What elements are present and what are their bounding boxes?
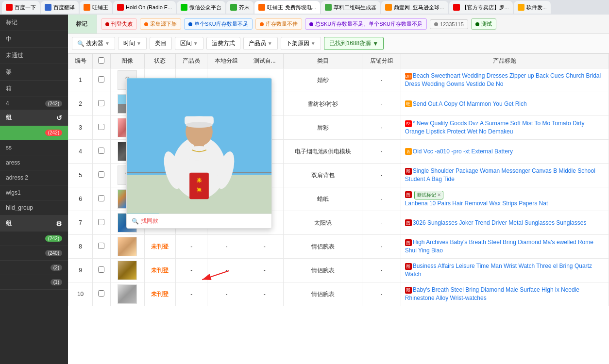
product-link[interactable]: Lanbena 10 Pairs Hair Removal Wax Strips…	[405, 200, 548, 207]
product-btn[interactable]: 产品员 ▼	[243, 37, 278, 50]
tab-weixin[interactable]: 微信公众平台	[177, 1, 225, 14]
status-text: 未刊登	[151, 291, 169, 298]
product-link[interactable]: Baby's Breath Steel Bring Diamond Male S…	[405, 286, 579, 301]
shipping-btn[interactable]: 运费方式	[206, 37, 240, 50]
cell-checkbox[interactable]	[93, 282, 111, 306]
sidebar-item-adress2[interactable]: adress 2	[0, 170, 68, 185]
delisting-btn[interactable]: 下架原因 ▼	[281, 37, 321, 50]
tab-tmall[interactable]: 【官方专卖店】罗...	[449, 1, 513, 14]
product-thumbnail[interactable]	[118, 284, 137, 304]
tab-ruan[interactable]: 软件发...	[514, 1, 551, 14]
tab-favicon-ruan	[518, 4, 524, 11]
cell-image[interactable]	[110, 282, 144, 306]
select-all-checkbox[interactable]	[98, 57, 104, 64]
tags-bar: 标记 刊登失败 采集源下架 单个SKU库存数量不足 库存数量不佳	[68, 15, 609, 34]
tag-label-inline[interactable]: 测试标记 ✕	[414, 191, 443, 199]
sidebar-item-240[interactable]: (240)	[0, 246, 68, 261]
cell-category: 蜡纸	[283, 187, 362, 211]
sidebar-item-child-group[interactable]: hild_group	[0, 200, 68, 215]
cell-checkbox[interactable]	[93, 187, 111, 211]
cell-checkbox[interactable]	[93, 68, 111, 92]
tag-test[interactable]: 测试	[471, 18, 496, 30]
title-icon: 旺	[405, 100, 412, 107]
tab-dingdong[interactable]: 鼎壹网_亚马逊全球...	[381, 1, 448, 14]
product-link[interactable]: 3026 Sunglasses Joker Trend Driver Metal…	[413, 219, 587, 226]
product-link[interactable]: High Archives Baby's Breath Steel Bring …	[405, 239, 593, 254]
time-btn[interactable]: 时间 ▼	[118, 37, 147, 50]
sidebar-item-2b[interactable]: (2)	[0, 261, 68, 275]
tab-fanyi[interactable]: 百度翻译	[41, 1, 79, 14]
tag-combined[interactable]: 总SKU库存数量不足、单个SKU库存数量不足	[305, 18, 427, 30]
tab-sumei[interactable]: 芥末	[226, 1, 254, 14]
tab-label-ruan: 软件发...	[526, 4, 547, 11]
sidebar-item-5[interactable]: 箱	[0, 81, 68, 97]
tab-wangpu[interactable]: 旺铺王-免费跨境电...	[254, 1, 320, 14]
sidebar-item-wigs[interactable]: wigs1	[0, 185, 68, 200]
status-text: 未刊登	[151, 243, 169, 250]
sidebar-item-242[interactable]: (242)	[0, 232, 68, 246]
product-link[interactable]: * New Quality Goods Dvz A Surname Soft M…	[405, 120, 585, 135]
cell-checkbox[interactable]	[93, 211, 111, 235]
title-icon: 图	[405, 191, 412, 198]
search-btn[interactable]: 🔍 搜索器 ▼	[72, 37, 115, 50]
cell-checkbox[interactable]	[93, 259, 111, 282]
row-checkbox[interactable]	[98, 171, 104, 178]
product-thumbnail[interactable]	[118, 237, 137, 256]
cell-checkbox[interactable]	[93, 92, 111, 116]
tab-favicon-wangpu	[258, 4, 265, 11]
main-content: 标记 刊登失败 采集源下架 单个SKU库存数量不足 库存数量不佳	[68, 15, 609, 364]
row-checkbox[interactable]	[98, 100, 104, 106]
tab-grass[interactable]: 草料二维码生成器	[321, 1, 380, 14]
row-checkbox[interactable]	[98, 76, 104, 83]
cell-title: S** New Quality Goods Dvz A Surname Soft…	[401, 116, 609, 140]
refresh-icon[interactable]: ↺	[56, 114, 62, 122]
region-btn[interactable]: 区间 ▼	[175, 37, 203, 50]
product-thumbnail[interactable]	[118, 261, 137, 280]
sidebar-item-4[interactable]: 架	[0, 64, 68, 81]
product-link[interactable]: Old Vcc -a010 -pro -xt External Battery	[413, 148, 513, 155]
row-checkbox[interactable]	[98, 195, 104, 201]
cell-checkbox[interactable]	[93, 235, 111, 259]
product-link[interactable]: Send Out A Copy Of Mammon You Get Rich	[413, 100, 527, 107]
gear-icon[interactable]: ⚙	[56, 220, 62, 228]
category-btn[interactable]: 类目	[150, 37, 172, 50]
popup-footer[interactable]: 🔍 找同款	[127, 214, 271, 228]
tag-publish-fail[interactable]: 刊登失败	[101, 18, 137, 30]
product-link[interactable]: Beach Sweetheart Wedding Dresses Zipper …	[405, 72, 601, 87]
row-checkbox[interactable]	[98, 219, 104, 225]
cell-staff: -	[176, 282, 207, 306]
cell-checkbox[interactable]	[93, 116, 111, 140]
cell-image[interactable]	[110, 235, 144, 259]
product-link[interactable]: Single Shoulder Package Woman Messenger …	[405, 167, 595, 182]
row-checkbox[interactable]	[98, 243, 104, 249]
source-btn[interactable]: 已找到1688货源 ▼	[324, 37, 384, 50]
tag-close-icon[interactable]: ✕	[437, 192, 441, 199]
sidebar-item-aress[interactable]: aress	[0, 155, 68, 170]
tag-12335115[interactable]: 12335115	[430, 19, 468, 29]
sidebar-item-2[interactable]: 中	[0, 31, 68, 48]
tab-holdon[interactable]: Hold On (Radio E...	[113, 1, 176, 14]
cell-checkbox[interactable]	[93, 140, 111, 164]
row-checkbox[interactable]	[98, 124, 104, 130]
region-arrow-icon: ▼	[193, 41, 198, 46]
row-checkbox[interactable]	[98, 148, 104, 154]
tab-wang[interactable]: 旺铺王	[80, 1, 112, 14]
sidebar-item-ss[interactable]: ss	[0, 140, 68, 155]
sidebar-item-3[interactable]: 未通过	[0, 48, 68, 64]
cell-image[interactable]	[110, 259, 144, 282]
sidebar-item-1b[interactable]: (1)	[0, 275, 68, 290]
cell-store-group: -	[362, 187, 401, 211]
tab-baidu[interactable]: 百度一下	[2, 1, 40, 14]
sidebar-item-1[interactable]: 标记	[0, 15, 68, 31]
tag-dot-purple	[309, 22, 313, 26]
sidebar-item-active[interactable]: (242)	[0, 126, 68, 140]
tag-sku-insufficient[interactable]: 单个SKU库存数量不足	[184, 18, 253, 30]
product-link[interactable]: Business Affairs Leisure Time Man Wrist …	[405, 263, 592, 278]
tag-source-delisted[interactable]: 采集源下架	[140, 18, 181, 30]
row-checkbox[interactable]	[98, 290, 104, 297]
cell-store-group: -	[362, 164, 401, 187]
row-checkbox[interactable]	[98, 266, 104, 273]
cell-checkbox[interactable]	[93, 164, 111, 187]
tag-stock-poor[interactable]: 库存数量不佳	[255, 18, 302, 30]
popup-image: 来 袒	[127, 78, 271, 214]
